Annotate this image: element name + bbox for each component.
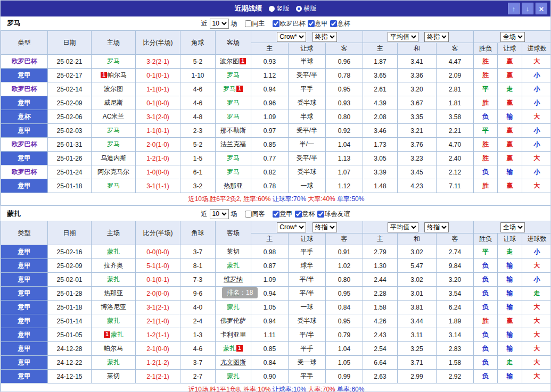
titlebar-center: 近期战绩 竖版 横版: [1, 4, 550, 13]
league-filter-seriea-input[interactable]: [308, 20, 315, 27]
average-stage-select[interactable]: 终指: [424, 32, 449, 42]
away-team[interactable]: 蒙扎: [216, 259, 251, 273]
away-team[interactable]: 罗马1: [216, 82, 251, 96]
away-team[interactable]: 罗马: [216, 165, 251, 179]
move-up-button[interactable]: ↑: [508, 3, 520, 14]
home-team[interactable]: AC米兰: [92, 110, 136, 124]
match-row[interactable]: 意甲 25-02-09 拉齐奥 5-1(1-0) 8-1 蒙扎 0.87 球半 …: [1, 259, 551, 273]
fulltime-select[interactable]: 全场: [500, 32, 525, 42]
league-filter-coppa-input[interactable]: [295, 211, 302, 218]
match-row[interactable]: 意甲 25-01-28 热那亚 2-0(0-0) 9-6 蒙扎 0.94 平/半…: [1, 287, 551, 301]
league-filter-coppa[interactable]: 意杯: [330, 19, 350, 28]
away-team[interactable]: 蒙扎: [216, 370, 251, 383]
away-team[interactable]: 蒙扎: [216, 301, 251, 314]
average-select[interactable]: 平均值: [388, 222, 418, 232]
odds-handicap: 受平/半: [289, 152, 326, 165]
home-team[interactable]: 罗马: [92, 55, 136, 69]
horizontal-layout-radio[interactable]: 横版: [296, 4, 317, 13]
fulltime-select[interactable]: 全场: [500, 222, 525, 232]
col-odds-away: 客: [326, 43, 363, 55]
home-team[interactable]: 1帕尔马: [92, 69, 136, 82]
home-team[interactable]: 威尼斯: [92, 96, 136, 110]
odds-home: 0.87: [251, 259, 289, 273]
away-team[interactable]: 罗马: [216, 69, 251, 82]
away-team[interactable]: 尤文图斯: [216, 356, 251, 370]
home-team[interactable]: 拉齐奥: [92, 259, 136, 273]
match-row[interactable]: 意甲 25-02-09 威尼斯 0-1(0-0) 4-6 罗马 0.96 受半球…: [1, 96, 551, 110]
average-stage-select[interactable]: 终指: [424, 222, 449, 232]
away-team[interactable]: 卡利亚里: [216, 328, 251, 342]
same-venue-checkbox[interactable]: 同客: [245, 210, 265, 219]
home-team[interactable]: 阿尔克马尔: [92, 165, 136, 179]
match-row[interactable]: 意甲 25-01-14 蒙扎 2-1(1-0) 2-4 佛罗伦萨 0.94 受半…: [1, 314, 551, 328]
away-team[interactable]: 罗马: [216, 110, 251, 124]
same-venue-checkbox-input[interactable]: [245, 20, 252, 27]
away-team[interactable]: 罗马: [216, 96, 251, 110]
avg-home: 4.39: [363, 96, 398, 110]
odds-stage-select[interactable]: 终指: [312, 222, 337, 232]
home-team[interactable]: 乌迪内斯: [92, 152, 136, 165]
goals-result: 大: [522, 259, 551, 273]
away-team[interactable]: 那不勒斯: [216, 124, 251, 138]
home-team[interactable]: 热那亚: [92, 287, 136, 301]
away-team[interactable]: 罗马: [216, 152, 251, 165]
match-row[interactable]: 欧罗巴杯 25-02-21 罗马 3-2(2-1) 5-2 波尔图1 0.93 …: [1, 55, 551, 69]
away-team[interactable]: 法兰克福: [216, 138, 251, 152]
match-row[interactable]: 意甲 24-12-28 帕尔马 2-1(0-0) 4-6 蒙扎1 0.85 平手…: [1, 342, 551, 356]
match-row[interactable]: 意甲 25-01-05 1蒙扎 1-2(1-1) 1-3 卡利亚里 1.11 平…: [1, 328, 551, 342]
league-filter-europa-input[interactable]: [273, 20, 279, 27]
away-team[interactable]: 蒙扎1: [216, 342, 251, 356]
league-filter-friendly-input[interactable]: [317, 211, 324, 218]
league-filter-europa[interactable]: 欧罗巴杯: [273, 19, 306, 28]
league-filter-seriea-input[interactable]: [273, 211, 279, 218]
away-team[interactable]: 维罗纳: [216, 273, 251, 287]
league-filter-coppa[interactable]: 意杯: [295, 210, 315, 219]
away-team[interactable]: 佛罗伦萨: [216, 314, 251, 328]
match-row[interactable]: 意甲 24-12-22 蒙扎 1-2(1-2) 3-7 尤文图斯 0.84 受一…: [1, 356, 551, 370]
home-team[interactable]: 蒙扎: [92, 245, 136, 259]
vertical-layout-radio[interactable]: 竖版: [269, 4, 290, 13]
bookmaker-select[interactable]: Crow*: [277, 222, 306, 232]
games-count-select[interactable]: 10: [210, 209, 229, 219]
home-team[interactable]: 波尔图: [92, 82, 136, 96]
close-button[interactable]: ×: [536, 3, 547, 14]
match-row[interactable]: 意杯 25-02-06 AC米兰 3-1(2-0) 4-8 罗马 1.09 半球…: [1, 110, 551, 124]
match-row[interactable]: 欧罗巴杯 25-01-31 罗马 2-0(1-0) 5-2 法兰克福 0.85 …: [1, 138, 551, 152]
home-team[interactable]: 罗马: [92, 138, 136, 152]
home-team[interactable]: 蒙扎: [92, 273, 136, 287]
odds-stage-select[interactable]: 终指: [312, 32, 337, 42]
home-team[interactable]: 莱切: [92, 370, 136, 383]
same-venue-checkbox[interactable]: 同主: [245, 19, 265, 28]
home-team[interactable]: 蒙扎: [92, 314, 136, 328]
away-team[interactable]: 莱切: [216, 245, 251, 259]
league-filter-seriea[interactable]: 意甲: [308, 19, 328, 28]
league-filter-seriea[interactable]: 意甲: [273, 210, 293, 219]
home-team[interactable]: 博洛尼亚: [92, 301, 136, 314]
match-row[interactable]: 意甲 25-02-01 蒙扎 0-1(0-1) 7-3 维罗纳 1.09 平/半…: [1, 273, 551, 287]
home-team[interactable]: 罗马: [92, 124, 136, 138]
match-row[interactable]: 欧罗巴杯 25-02-14 波尔图 1-1(0-1) 4-6 罗马1 0.94 …: [1, 82, 551, 96]
games-count-select[interactable]: 10: [210, 19, 229, 29]
same-venue-checkbox-input[interactable]: [245, 211, 252, 218]
home-team[interactable]: 罗马: [92, 179, 136, 193]
horizontal-layout-label: 横版: [304, 4, 317, 13]
match-row[interactable]: 意甲 25-02-03 罗马 1-1(0-1) 2-3 那不勒斯 0.97 受平…: [1, 124, 551, 138]
move-down-button[interactable]: ↓: [522, 3, 533, 14]
away-team[interactable]: 波尔图1: [216, 55, 251, 69]
away-team[interactable]: 热那亚: [216, 179, 251, 193]
average-select[interactable]: 平均值: [388, 32, 418, 42]
home-team[interactable]: 1蒙扎: [92, 328, 136, 342]
league-filter-friendly[interactable]: 球会友谊: [317, 210, 350, 219]
match-row[interactable]: 意甲 24-12-15 莱切 2-1(2-1) 2-7 蒙扎 0.90 平手 0…: [1, 370, 551, 383]
league-type-cell: 欧罗巴杯: [1, 138, 48, 152]
home-team[interactable]: 帕尔马: [92, 342, 136, 356]
match-row[interactable]: 意甲 25-01-18 博洛尼亚 3-1(2-1) 4-0 蒙扎 1.05 一球…: [1, 301, 551, 314]
match-row[interactable]: 意甲 25-01-18 罗马 3-1(1-1) 3-2 热那亚 0.78 一球 …: [1, 179, 551, 193]
match-row[interactable]: 欧罗巴杯 25-01-24 阿尔克马尔 1-0(0-0) 6-1 罗马 0.82…: [1, 165, 551, 179]
match-row[interactable]: 意甲 25-02-17 1帕尔马 0-1(0-1) 1-10 罗马 1.12 受…: [1, 69, 551, 82]
match-row[interactable]: 意甲 25-01-26 乌迪内斯 1-2(1-0) 1-5 罗马 0.77 受平…: [1, 152, 551, 165]
home-team[interactable]: 蒙扎: [92, 356, 136, 370]
bookmaker-select[interactable]: Crow*: [277, 32, 306, 42]
league-filter-coppa-input[interactable]: [330, 20, 337, 27]
match-row[interactable]: 意甲 25-02-16 蒙扎 0-0(0-0) 3-7 莱切 0.98 平手 0…: [1, 245, 551, 259]
